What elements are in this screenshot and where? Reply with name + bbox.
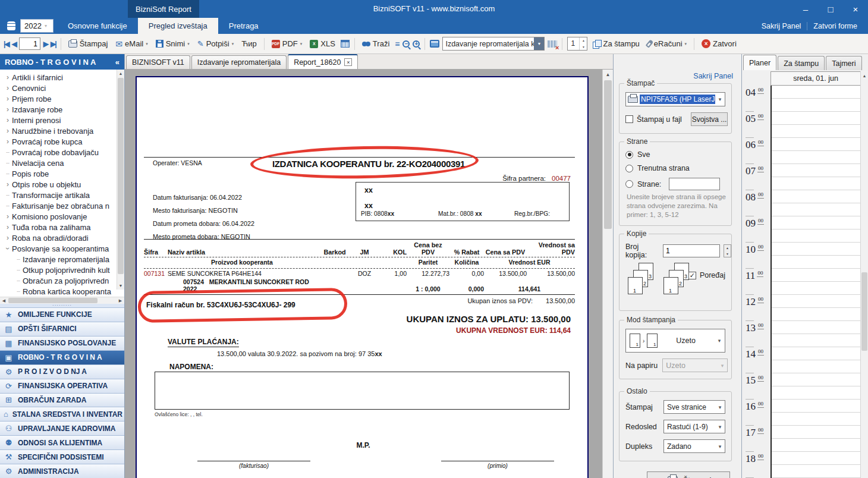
ribbon-tab[interactable]: Osnovne funkcije [57,18,138,34]
planner-tab[interactable]: Za štampu [778,56,825,70]
close-icon[interactable]: × [843,0,868,18]
export-pdf-button[interactable]: PDFPDF▾ [269,37,305,50]
tree-expand-icon[interactable]: › [4,244,12,253]
tree-item[interactable]: ┄ Izdavanje repromaterijala [0,254,124,265]
tree-expand-icon[interactable]: › [4,73,12,81]
scrollbar-thumb[interactable] [118,78,124,274]
tree-item[interactable]: › Interni prenosi [0,115,124,125]
tree-item[interactable]: ┄ Popis robe [0,168,124,179]
nav-last-icon[interactable]: ▶| [51,40,56,48]
tree-item[interactable]: › Prijem robe [0,93,124,104]
copies-stepper[interactable]: 1 ▲▼ [567,37,587,51]
tree-item[interactable]: ┄ Obračun za poljoprivredn [0,275,124,286]
planner-tab[interactable]: Tajmeri [826,56,861,70]
hide-panel-link[interactable]: Sakrij Panel [693,72,733,80]
sidebar-section-button[interactable]: ⚒ SPECIFIČNI PODSISTEMI [0,449,124,464]
planner-tab[interactable]: Planer [743,55,776,70]
sidebar-section-button[interactable]: ▦ FINANSIJSKO POSLOVANJE [0,336,124,350]
document-tab[interactable]: Report_18620 × [288,54,358,69]
tree-item[interactable]: ┄ Fakturisanje bez obračuna n [0,200,124,211]
tree-expand-icon[interactable]: › [4,234,12,242]
spin-down-icon[interactable]: ▼ [580,44,587,51]
grid-remove-icon[interactable] [548,40,557,48]
close-report-button[interactable]: ×Zatvori [699,37,739,50]
tree-expand-icon[interactable]: › [4,180,12,188]
option-select[interactable]: Rastući (1-9) ▾ [663,420,725,433]
tree-item[interactable]: ┄ Nivelacija cena [0,158,124,168]
copies-input[interactable] [663,244,720,257]
sidebar-section-button[interactable]: ⌂ STALNA SREDSTVA I INVENTAR [0,407,124,421]
scrollbar-thumb[interactable] [861,272,867,351]
tree-expand-icon[interactable]: › [4,105,12,114]
maximize-icon[interactable]: □ [818,0,843,18]
sidebar-section-button[interactable]: ⚙ P R O I Z V O D NJ A [0,364,124,379]
sidebar-section-button[interactable]: ⚉ ODNOSI SA KLIJENTIMA [0,435,124,449]
tree-horizontal-scrollbar[interactable]: ◀ ▶ [0,297,124,304]
tree-expand-icon[interactable]: ┄ [14,256,23,263]
table-grid-icon[interactable] [341,40,350,48]
planner-scrollbar[interactable]: ▲ [860,71,868,478]
tree-expand-icon[interactable]: › [4,137,12,146]
tree-item[interactable]: ┄ Robna kartica kooperanta [0,286,124,297]
page-number-input[interactable] [19,37,40,50]
tree-item[interactable]: › Roba na obradi/doradi [0,232,124,243]
cyrillic-toggle-button[interactable]: Ћир [239,37,259,50]
spin-up-icon[interactable]: ▲ [580,37,587,44]
schedule-area[interactable] [770,86,861,478]
tree-expand-icon[interactable]: › [4,212,12,221]
properties-button[interactable]: Svojstva ... [691,112,728,126]
year-select[interactable]: 2022 ▾ [20,19,54,33]
scroll-up-icon[interactable]: ▲ [117,70,124,77]
current-page-radio[interactable] [625,165,633,172]
tree-expand-icon[interactable]: › [4,95,12,103]
sidebar-section-button[interactable]: ★ OMILJENE FUNKCIJE [0,307,124,322]
tree-item[interactable]: › Izdavanje robe [0,104,124,115]
document-tab[interactable]: BIZNISOFT v11 × [126,55,190,69]
sign-button[interactable]: ✎Potpiši▾ [195,37,236,50]
tree-expand-icon[interactable]: › [4,127,12,135]
export-xls-button[interactable]: XXLS [307,37,338,50]
option-select[interactable]: Zadano ▾ [663,439,725,453]
document-scrollbar[interactable]: ▲ [602,70,613,478]
tree-vertical-scrollbar[interactable]: ▲ ▼ [117,70,124,290]
tree-expand-icon[interactable]: › [4,84,12,92]
sidebar-section-button[interactable]: ⚙ ADMINISTRACIJA [0,464,124,478]
tree-expand-icon[interactable]: › [4,116,12,124]
hide-panel-link[interactable]: Sakrij Panel [756,22,807,30]
ribbon-tab[interactable]: Pretraga [218,18,269,34]
nav-prev-icon[interactable]: ◀ [12,40,16,48]
collate-checkbox[interactable]: ✓ [688,272,696,279]
tree-expand-icon[interactable]: ┄ [14,288,23,295]
tree-expand-icon[interactable]: ┄ [4,192,12,199]
save-button[interactable]: Snimi▾ [153,37,192,50]
tree-item[interactable]: › Cenovnici [0,83,124,93]
printer-select[interactable]: NPI75FA35 (HP LaserJ ▾ [625,92,725,106]
close-forms-link[interactable]: Zatvori forme [807,22,863,30]
scroll-down-icon[interactable]: ▼ [117,282,124,290]
email-button[interactable]: ✉eMail▾ [113,37,150,51]
tree-expand-icon[interactable]: ┄ [4,149,12,156]
copies-stepper[interactable]: ▲▼ [724,244,731,257]
minimize-icon[interactable]: – [793,0,818,18]
page-range-input[interactable] [669,178,720,190]
document-tab[interactable]: Izdavanje repromaterijala × [191,55,287,69]
scrollbar-thumb[interactable] [604,80,612,229]
scrollbar-thumb[interactable] [8,298,98,303]
collapse-icon[interactable]: « [115,58,119,67]
tree-expand-icon[interactable]: ┄ [4,171,12,177]
search-button[interactable]: Traži [360,37,392,50]
nav-next-icon[interactable]: ▶ [43,40,48,48]
page-range-radio[interactable] [625,180,633,188]
sidebar-section-button[interactable]: ▤ OPŠTI ŠIFARNICI [0,322,124,336]
print-mode-select[interactable]: › Uzeto ▾ [625,329,725,353]
nav-first-icon[interactable]: |◀ [4,40,9,48]
tree-expand-icon[interactable]: ┄ [4,160,12,166]
print-button[interactable]: Štampaj [647,471,730,478]
sidebar-section-button[interactable]: ⟳ FINANSIJSKA OPERATIVA [0,379,124,393]
zoom-in-icon[interactable]: + [413,40,420,48]
print-to-file-checkbox[interactable] [625,115,633,123]
all-pages-radio[interactable] [625,151,633,159]
list-icon[interactable]: ≡ [395,39,400,49]
scroll-right-icon[interactable]: ▶ [117,297,124,304]
scroll-up-icon[interactable]: ▲ [603,70,613,80]
